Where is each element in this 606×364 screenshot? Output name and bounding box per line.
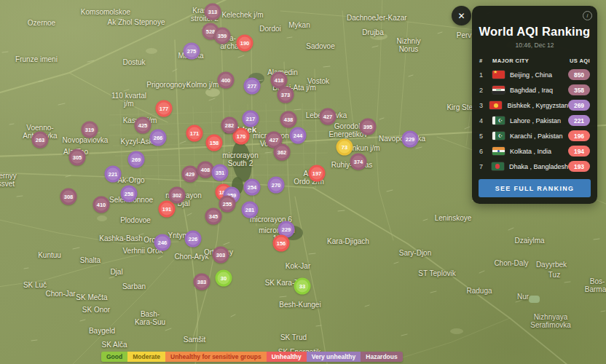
- aqi-marker[interactable]: 246: [154, 234, 171, 251]
- rank-number: 3: [479, 102, 489, 109]
- rank-number: 6: [479, 148, 492, 155]
- aqi-marker[interactable]: 258: [121, 186, 138, 202]
- flag-icon-bd: [492, 162, 504, 170]
- col-aqi: US AQI: [570, 58, 590, 64]
- rank-number: 5: [479, 132, 492, 140]
- ranking-row[interactable]: 1Beijing , China850: [479, 67, 590, 82]
- city-name: Baghdad , Iraq: [510, 87, 568, 94]
- world-aqi-ranking-panel: i World AQI Ranking 10:46, Dec 12 # MAJO…: [472, 6, 597, 204]
- city-name: Beijing , China: [510, 71, 568, 79]
- aqi-legend: GoodModerateUnhealthy for sensitive grou…: [101, 352, 403, 362]
- aqi-badge: 194: [568, 146, 590, 157]
- legend-item: Very unhealthy: [307, 352, 361, 362]
- aqi-marker[interactable]: 383: [194, 274, 210, 290]
- aqi-badge: 358: [568, 84, 590, 95]
- aqi-marker[interactable]: 373: [278, 87, 294, 103]
- city-name: Kolkata , India: [510, 148, 568, 155]
- aqi-marker[interactable]: 73: [337, 139, 353, 156]
- aqi-marker[interactable]: 438: [280, 111, 297, 128]
- rank-number: 7: [479, 163, 492, 170]
- legend-item: Moderate: [127, 352, 165, 362]
- city-name: Lahore , Pakistan: [510, 117, 568, 124]
- ranking-row[interactable]: 4Lahore , Pakistan221: [479, 113, 590, 128]
- aqi-marker[interactable]: 217: [243, 111, 259, 127]
- aqi-marker[interactable]: 313: [205, 4, 221, 20]
- aqi-marker[interactable]: 226: [185, 231, 202, 248]
- col-city: MAJOR CITY: [492, 58, 570, 64]
- ranking-row[interactable]: 5Karachi , Pakistan196: [479, 128, 590, 143]
- aqi-marker[interactable]: 156: [273, 235, 290, 252]
- ranking-rows: 1Beijing , China8502Baghdad , Iraq3583Bi…: [479, 67, 590, 174]
- aqi-marker[interactable]: 277: [244, 78, 261, 95]
- aqi-marker[interactable]: 33: [294, 278, 311, 295]
- aqi-map-app: KomsomolskoeOzernoeAk Zhol StepnoyeFrunz…: [0, 0, 606, 364]
- rank-number: 1: [479, 71, 492, 79]
- aqi-marker[interactable]: 351: [212, 165, 229, 181]
- info-icon[interactable]: i: [583, 11, 592, 20]
- flag-icon-iq: [492, 86, 505, 94]
- aqi-marker[interactable]: 374: [350, 154, 367, 170]
- aqi-marker[interactable]: 255: [219, 196, 236, 213]
- ranking-row[interactable]: 6Kolkata , India194: [479, 143, 590, 159]
- aqi-marker[interactable]: 30: [216, 270, 232, 287]
- aqi-marker[interactable]: 177: [156, 100, 173, 117]
- city-name: Karachi , Pakistan: [510, 132, 568, 140]
- aqi-marker[interactable]: 425: [135, 117, 152, 134]
- aqi-marker[interactable]: 197: [309, 165, 326, 182]
- legend-item: Unhealthy for sensitive groups: [165, 352, 267, 362]
- flag-icon-kg: [489, 101, 502, 109]
- aqi-marker[interactable]: 395: [360, 119, 377, 135]
- ranking-row[interactable]: 7Dhaka , Bangladesh193: [479, 159, 590, 174]
- aqi-marker[interactable]: 282: [221, 117, 238, 134]
- aqi-badge: 221: [568, 115, 590, 126]
- aqi-marker[interactable]: 270: [268, 177, 285, 194]
- aqi-marker[interactable]: 302: [169, 187, 186, 204]
- aqi-marker[interactable]: 263: [32, 132, 49, 149]
- col-rank: #: [479, 58, 492, 64]
- aqi-marker[interactable]: 190: [237, 35, 253, 52]
- flag-icon-cn: [492, 71, 505, 79]
- flag-icon-in: [492, 147, 505, 155]
- flag-icon-pk: [492, 116, 505, 124]
- aqi-marker[interactable]: 269: [128, 151, 145, 168]
- aqi-marker[interactable]: 303: [213, 247, 229, 264]
- aqi-badge: 193: [568, 161, 590, 172]
- city-name: Bishkek , Kyrgyzstan: [507, 102, 568, 109]
- aqi-marker[interactable]: 229: [402, 131, 419, 148]
- ranking-row[interactable]: 2Baghdad , Iraq358: [479, 82, 590, 98]
- aqi-marker[interactable]: 400: [218, 72, 235, 89]
- aqi-marker[interactable]: 359: [214, 28, 231, 44]
- aqi-marker[interactable]: 362: [274, 144, 291, 161]
- aqi-marker[interactable]: 221: [105, 166, 122, 183]
- aqi-marker[interactable]: 158: [206, 135, 223, 151]
- aqi-badge: 269: [568, 100, 590, 111]
- panel-title: World AQI Ranking: [472, 25, 597, 39]
- legend-item: Unhealthy: [267, 352, 307, 362]
- aqi-marker[interactable]: 191: [159, 201, 176, 218]
- aqi-marker[interactable]: 275: [184, 43, 200, 60]
- ranking-table-header: # MAJOR CITY US AQI: [479, 58, 590, 64]
- legend-item: Good: [101, 352, 127, 362]
- aqi-marker[interactable]: 254: [244, 179, 261, 196]
- aqi-marker[interactable]: 244: [290, 127, 307, 144]
- see-full-ranking-button[interactable]: SEE FULL RANKING: [479, 179, 591, 197]
- aqi-marker[interactable]: 319: [82, 122, 98, 138]
- close-icon[interactable]: ✕: [452, 6, 471, 25]
- aqi-marker[interactable]: 410: [93, 197, 110, 213]
- aqi-badge: 850: [568, 69, 590, 80]
- aqi-marker[interactable]: 429: [182, 166, 199, 183]
- aqi-marker[interactable]: 171: [186, 125, 203, 142]
- city-name: Dhaka , Bangladesh: [509, 163, 568, 170]
- aqi-marker[interactable]: 266: [150, 130, 167, 146]
- rank-number: 2: [479, 87, 492, 94]
- panel-timestamp: 10:46, Dec 12: [472, 41, 597, 49]
- legend-item: Hazardous: [361, 352, 402, 362]
- aqi-marker[interactable]: 308: [60, 189, 77, 205]
- aqi-badge: 196: [568, 130, 590, 141]
- aqi-marker[interactable]: 281: [242, 202, 259, 218]
- aqi-marker[interactable]: 345: [205, 208, 222, 225]
- aqi-marker[interactable]: 305: [69, 149, 86, 166]
- flag-icon-pk: [492, 132, 505, 140]
- aqi-marker[interactable]: 427: [320, 108, 337, 125]
- ranking-row[interactable]: 3Bishkek , Kyrgyzstan269: [479, 98, 590, 113]
